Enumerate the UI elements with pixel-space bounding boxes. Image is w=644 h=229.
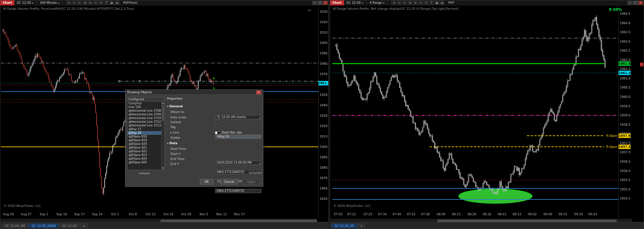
pointer-icon[interactable]: ↖ — [397, 1, 401, 5]
scroll-up-icon[interactable]: ▲ — [162, 102, 164, 105]
time-axis-label: 07:03 — [334, 213, 342, 216]
menu-icon[interactable]: ≡ — [66, 1, 71, 5]
close-icon[interactable]: × — [256, 91, 261, 94]
grid-icon[interactable]: ▦ — [434, 1, 439, 5]
dialog-titlebar[interactable]: Drawing Objects × — [125, 90, 263, 95]
minimize-button[interactable]: — — [628, 1, 632, 5]
auto-scale-checkbox[interactable] — [215, 116, 218, 119]
window-type-badge: Chart — [0, 0, 14, 5]
text-tool-icon[interactable]: T — [429, 1, 434, 5]
drawing-object-item[interactable]: @Horizontal Line 3713 — [127, 124, 161, 127]
chart-tab[interactable]: GC 12-20_5M — [2, 224, 28, 228]
snapshot-icon[interactable]: ▤ — [115, 1, 119, 5]
close-button[interactable]: × — [323, 1, 328, 5]
drawing-object-item[interactable]: Currprice — [127, 102, 161, 105]
visible-cell: ✓ — [215, 136, 261, 140]
remove-link[interactable]: remove — [139, 172, 150, 175]
end-y-input[interactable]: 1963.17713399731 — [215, 189, 261, 193]
interval-selector[interactable]: 4 Range ▼ — [368, 0, 386, 5]
zoom-out-icon[interactable]: ⊖ — [88, 1, 93, 5]
drawing-object-item[interactable]: @Ellipse 619 — [127, 138, 161, 142]
snapshot-icon[interactable]: ▤ — [440, 1, 444, 5]
price-axis-label: 1970.0 — [320, 72, 328, 76]
start-time-dropdown[interactable]: 10/01/2020 12:00:00 PM ▼ — [215, 161, 261, 165]
line-anchor-handle[interactable] — [118, 80, 120, 82]
visible-checkbox[interactable]: ✓ — [215, 136, 218, 139]
h-scrollbar[interactable] — [330, 219, 632, 222]
close-button[interactable]: × — [638, 1, 643, 5]
drawing-object-item[interactable]: @Ellipse 620 — [127, 142, 161, 146]
template-link[interactable]: template — [244, 171, 262, 174]
draw-icon[interactable]: ✎ — [424, 1, 428, 5]
drawing-object-item[interactable]: @Horizontal Line 3708 — [127, 109, 161, 113]
draw-icon[interactable]: ✎ — [99, 1, 103, 5]
right-chart-plot[interactable]: R-OpenR-Open1964.51964.01963.51963.01962… — [330, 0, 644, 229]
time-axis-label: Oct 1 — [111, 213, 119, 216]
pan-icon[interactable]: ↔ — [93, 1, 98, 5]
h-scrollbar[interactable] — [0, 219, 317, 222]
chart-tab[interactable]: GC 12-20_240M — [29, 224, 59, 228]
chevron-down-icon: ▼ — [32, 0, 34, 5]
drawing-object-item[interactable]: @Horizontal Line 3712 — [127, 120, 161, 124]
line-anchor-handle[interactable] — [139, 80, 141, 82]
instrument-selector[interactable]: GC 12-20 ▼ — [15, 0, 35, 5]
text-tool-icon[interactable]: T — [104, 1, 109, 5]
copyright-label: © 2020 NinjaTrader, LLC — [333, 204, 371, 208]
apply-button[interactable]: Apply — [243, 179, 260, 184]
add-tab-button[interactable]: + — [358, 224, 365, 228]
crosshair-icon[interactable]: + — [77, 1, 82, 5]
interval-selector[interactable]: 240 Minute ▼ — [39, 0, 61, 5]
grid-icon[interactable]: ▦ — [109, 1, 114, 5]
time-axis-label: 08:26 — [468, 213, 476, 216]
pan-icon[interactable]: ↔ — [418, 1, 423, 5]
drawing-object-item[interactable]: @Ellipse 621 — [127, 146, 161, 150]
menu-icon[interactable]: ≡ — [391, 1, 396, 5]
price-axis-label: 2020.0 — [320, 20, 328, 24]
line-style-value[interactable]: Dash Dot, 4px — [215, 130, 261, 135]
chart-tab[interactable]: GC 12-20_4R — [331, 224, 357, 228]
chevron-down-icon: ▼ — [383, 0, 385, 5]
level-label: R-Open — [606, 134, 617, 137]
prop-label: Visible — [170, 136, 180, 139]
minimize-button[interactable]: — — [312, 1, 317, 5]
h-scrollbar-thumb[interactable] — [437, 220, 616, 222]
time-axis-label: 09:19 — [574, 213, 583, 216]
time-axis-label: Sep 24 — [92, 213, 103, 216]
drawing-object-item[interactable]: @Ellipse 622 — [127, 150, 161, 153]
scrollbar-thumb[interactable] — [162, 105, 164, 121]
instrument-selector[interactable]: GC 12-20 ▼ — [345, 0, 365, 5]
section-data[interactable]: ▾Data — [167, 141, 177, 146]
zoom-out-icon[interactable]: ⊖ — [413, 1, 418, 5]
drawing-object-item[interactable]: @Ray 24 — [127, 131, 161, 135]
drawing-object-item[interactable]: @Horizontal Line 3710 — [127, 116, 161, 120]
drawing-ellipse[interactable] — [459, 189, 532, 204]
drawing-object-item[interactable]: @Ray 17 — [127, 127, 161, 131]
zoom-in-icon[interactable]: ⊕ — [408, 1, 412, 5]
line-row[interactable]: ▸Line — [170, 130, 179, 135]
pointer-icon[interactable]: ↖ — [72, 1, 76, 5]
crosshair-icon[interactable]: + — [402, 1, 407, 5]
section-general[interactable]: ▾General — [167, 105, 183, 109]
drawing-object-item[interactable]: @Ellipse 625 — [127, 161, 161, 164]
drawing-object-item[interactable]: @Ellipse 618 — [127, 135, 161, 138]
ok-button[interactable]: OK — [200, 179, 213, 184]
scroll-down-icon[interactable]: ▼ — [162, 167, 164, 170]
zoom-in-icon[interactable]: ⊕ — [83, 1, 87, 5]
price-axis-label: 1963.0 — [620, 40, 631, 43]
price-axis-label: 1920.0 — [320, 124, 328, 128]
h-scrollbar-thumb[interactable] — [161, 220, 317, 222]
svg-text:1957.3: 1957.3 — [619, 145, 631, 149]
list-scrollbar[interactable]: ▲ ▼ — [161, 102, 164, 170]
maximize-button[interactable]: □ — [633, 1, 638, 5]
cancel-button[interactable]: Cancel — [220, 179, 238, 184]
locked-checkbox[interactable] — [215, 121, 218, 124]
add-tab-button[interactable]: + — [80, 224, 88, 228]
drawing-object-item[interactable]: @Ellipse 624 — [127, 157, 161, 161]
maximize-button[interactable]: □ — [318, 1, 322, 5]
drawing-object-item[interactable]: @Ellipse 623 — [127, 153, 161, 157]
level-label: R-Open — [606, 145, 617, 149]
drawing-object-item[interactable]: @Horizontal Line 3709 — [127, 113, 161, 116]
drawing-object-item[interactable]: Line 130 — [127, 105, 161, 109]
chart-tab[interactable]: GC 12-20 — [59, 224, 79, 228]
scroll-back-icon[interactable]: ← — [308, 8, 312, 12]
